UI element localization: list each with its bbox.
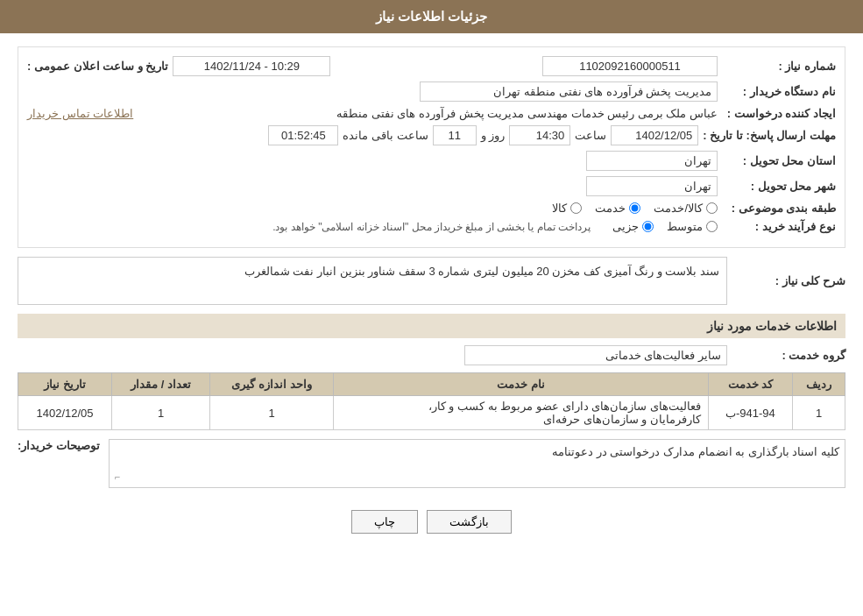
purchase-radio-group: متوسط جزیی	[612, 220, 718, 233]
row-city: شهر محل تحویل : تهران	[27, 176, 836, 196]
buyer-desc-wrapper: کلیه اسناد بارگذاری به انضمام مدارک درخو…	[109, 439, 845, 488]
date-announce-label: تاریخ و ساعت اعلان عمومی :	[27, 60, 168, 73]
need-number-label: شماره نیاز :	[722, 60, 836, 73]
col-name: نام خدمت	[334, 373, 709, 396]
date-announce-value: 1402/11/24 - 10:29	[173, 56, 330, 76]
need-desc-value: سند بلاست و رنگ آمیزی کف مخزن 20 میلیون …	[18, 257, 727, 305]
top-info-section: شماره نیاز : 1102092160000511 1402/11/24…	[18, 46, 845, 248]
page-title: جزئیات اطلاعات نیاز	[376, 9, 487, 24]
service-group-label: گروه خدمت :	[732, 349, 845, 362]
category-option-goods-service[interactable]: کالا/خدمت	[654, 202, 718, 215]
row-province: استان محل تحویل : تهران	[27, 151, 836, 171]
category-option-service[interactable]: خدمت	[595, 202, 640, 215]
print-button[interactable]: چاپ	[351, 510, 418, 534]
buyer-desc-label-container: توصیحات خریدار:	[18, 439, 100, 488]
cell-date: 1402/12/05	[18, 396, 112, 430]
purchase-option-partial[interactable]: جزیی	[612, 220, 654, 233]
org-value: مدیریت پخش فرآورده های نفتی منطقه تهران	[420, 81, 718, 102]
category-label: طبقه بندی موضوعی :	[722, 202, 836, 215]
buyer-desc-text: کلیه اسناد بارگذاری به انضمام مدارک درخو…	[552, 445, 839, 458]
row-organization: نام دستگاه خریدار : مدیریت پخش فرآورده ه…	[27, 81, 836, 102]
col-qty: تعداد / مقدار	[112, 373, 210, 396]
send-time-value: 14:30	[509, 125, 570, 145]
col-date: تاریخ نیاز	[18, 373, 112, 396]
cell-row-num: 1	[793, 396, 845, 430]
need-number-value: 1102092160000511	[542, 56, 718, 76]
row-send-date: مهلت ارسال پاسخ: تا تاریخ : 1402/12/05 س…	[27, 125, 836, 145]
city-value: تهران	[586, 176, 718, 196]
back-button[interactable]: بازگشت	[427, 510, 512, 534]
province-label: استان محل تحویل :	[722, 154, 836, 167]
row-category: طبقه بندی موضوعی : کالا/خدمت خدمت کالا	[27, 202, 836, 215]
page-wrapper: جزئیات اطلاعات نیاز شماره نیاز : 1102092…	[0, 0, 863, 616]
city-label: شهر محل تحویل :	[722, 180, 836, 193]
table-row: 1 941-94-ب فعالیت‌های سازمان‌های دارای ع…	[18, 396, 845, 430]
page-header: جزئیات اطلاعات نیاز	[0, 0, 863, 33]
service-group-value: سایر فعالیت‌های خدماتی	[464, 345, 727, 365]
purchase-option-medium[interactable]: متوسط	[667, 220, 718, 233]
row-creator: ایجاد کننده درخواست : عباس ملک برمی رئیس…	[27, 107, 836, 120]
content-area: شماره نیاز : 1102092160000511 1402/11/24…	[0, 33, 863, 560]
row-purchase-type: نوع فرآیند خرید : متوسط جزیی پرداخت تمام…	[27, 220, 836, 233]
category-option-goods[interactable]: کالا	[552, 202, 582, 215]
services-table: ردیف کد خدمت نام خدمت واحد اندازه گیری ت…	[18, 372, 845, 430]
col-row-num: ردیف	[793, 373, 845, 396]
purchase-note: پرداخت تمام یا بخشی از مبلغ خریداز محل "…	[272, 221, 591, 233]
contact-link[interactable]: اطلاعات تماس خریدار	[27, 107, 133, 120]
purchase-label: نوع فرآیند خرید :	[722, 220, 836, 233]
send-day-label: روز و	[481, 129, 506, 142]
footer-buttons: بازگشت چاپ	[18, 497, 845, 547]
cell-code: 941-94-ب	[708, 396, 792, 430]
row-need-number: شماره نیاز : 1102092160000511 1402/11/24…	[27, 56, 836, 76]
buyer-desc-label: توصیحات خریدار:	[18, 439, 100, 452]
remaining-value: 01:52:45	[268, 125, 338, 145]
send-date-label: مهلت ارسال پاسخ: تا تاریخ :	[703, 129, 836, 142]
services-section-title: اطلاعات خدمات مورد نیاز	[18, 314, 845, 338]
row-need-desc: شرح کلی نیاز : سند بلاست و رنگ آمیزی کف …	[18, 257, 845, 305]
send-day-value: 11	[433, 125, 477, 145]
buyer-desc-value: کلیه اسناد بارگذاری به انضمام مدارک درخو…	[109, 439, 845, 488]
col-unit: واحد اندازه گیری	[210, 373, 334, 396]
org-label: نام دستگاه خریدار :	[722, 85, 836, 98]
remaining-label: ساعت باقی مانده	[343, 129, 428, 142]
send-time-label: ساعت	[575, 129, 606, 142]
col-code: کد خدمت	[708, 373, 792, 396]
category-radio-group: کالا/خدمت خدمت کالا	[552, 202, 718, 215]
cell-name: فعالیت‌های سازمان‌های دارای عضو مربوط به…	[334, 396, 709, 430]
cell-qty: 1	[112, 396, 210, 430]
creator-value: عباس ملک برمی رئیس خدمات مهندسی مدیریت پ…	[138, 107, 718, 120]
row-service-group: گروه خدمت : سایر فعالیت‌های خدماتی	[18, 345, 845, 365]
creator-label: ایجاد کننده درخواست :	[722, 107, 836, 120]
province-value: تهران	[586, 151, 718, 171]
cell-unit: 1	[210, 396, 334, 430]
buyer-desc-area: کلیه اسناد بارگذاری به انضمام مدارک درخو…	[18, 439, 845, 488]
need-desc-label: شرح کلی نیاز :	[732, 274, 845, 287]
send-date-value: 1402/12/05	[611, 125, 698, 145]
